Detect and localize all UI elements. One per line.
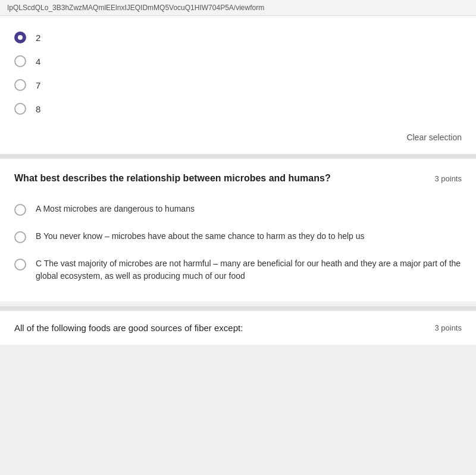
radio-option-4[interactable]: 4: [14, 49, 462, 73]
answer-label-1: B You never know – microbes have about t…: [36, 230, 365, 243]
section-divider-2: [0, 306, 476, 311]
radio-label-7: 7: [36, 80, 40, 90]
radio-label-8: 8: [36, 104, 40, 114]
answer-circle-1[interactable]: [14, 231, 26, 243]
answer-label-2: C The vast majority of microbes are not …: [36, 257, 462, 282]
second-question-header: What best describes the relationship bet…: [14, 173, 462, 184]
radio-circle-7[interactable]: [14, 79, 26, 91]
second-question-points: 3 points: [434, 174, 462, 183]
radio-circle-4[interactable]: [14, 55, 26, 67]
answer-option-1[interactable]: B You never know – microbes have about t…: [14, 223, 462, 250]
answer-circle-0[interactable]: [14, 204, 26, 216]
answer-option-2[interactable]: C The vast majority of microbes are not …: [14, 250, 462, 290]
clear-selection-row: Clear selection: [0, 125, 476, 154]
first-question-options: 2478: [0, 16, 476, 125]
clear-selection-button[interactable]: Clear selection: [406, 130, 462, 144]
answer-circle-2[interactable]: [14, 259, 26, 270]
url-bar: IpQLScdQLo_3B3hZwzMAQmlEElnxIJEQIDmMQ5Vo…: [0, 0, 476, 16]
radio-circle-8[interactable]: [14, 103, 26, 115]
second-question-section: What best describes the relationship bet…: [0, 159, 476, 301]
third-question-text: All of the following foods are good sour…: [14, 323, 243, 333]
third-question-section: All of the following foods are good sour…: [0, 311, 476, 345]
radio-option-8[interactable]: 8: [14, 97, 462, 121]
answer-option-0[interactable]: A Most microbes are dangerous to humans: [14, 196, 462, 223]
radio-option-7[interactable]: 7: [14, 73, 462, 97]
answer-label-0: A Most microbes are dangerous to humans: [36, 203, 195, 215]
second-question-text: What best describes the relationship bet…: [14, 173, 425, 184]
url-text: IpQLScdQLo_3B3hZwzMAQmlEElnxIJEQIDmMQ5Vo…: [7, 4, 264, 12]
radio-option-2[interactable]: 2: [14, 26, 462, 49]
second-question-answers: A Most microbes are dangerous to humansB…: [14, 196, 462, 290]
radio-label-2: 2: [36, 33, 40, 43]
radio-circle-2[interactable]: [14, 32, 26, 43]
third-question-points: 3 points: [434, 323, 462, 332]
radio-label-4: 4: [36, 56, 40, 67]
section-divider-1: [0, 154, 476, 159]
